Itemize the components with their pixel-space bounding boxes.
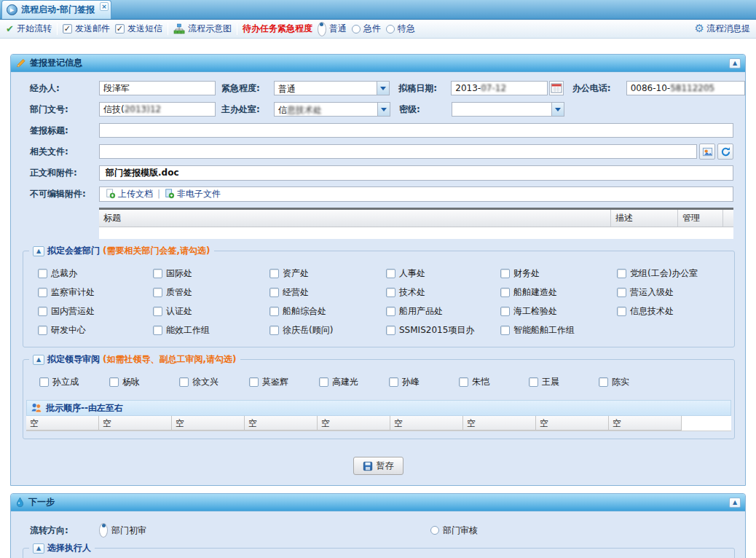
start-flow-button[interactable]: ✔ 开始流转 bbox=[6, 23, 52, 35]
leader-checkbox-item[interactable]: 孙立成 bbox=[39, 376, 109, 388]
dept-checkbox-item[interactable]: 财务处 bbox=[500, 267, 617, 280]
checkbox-icon[interactable] bbox=[38, 307, 47, 316]
dept-checkbox-item[interactable]: 人事处 bbox=[386, 267, 500, 280]
dept-checkbox-item[interactable]: 技术处 bbox=[386, 286, 500, 299]
dept-checkbox-item[interactable]: 总裁办 bbox=[38, 267, 153, 280]
flow-diagram-button[interactable]: 流程示意图 bbox=[173, 23, 232, 35]
agent-input[interactable] bbox=[99, 81, 216, 95]
radio-icon[interactable] bbox=[99, 523, 108, 538]
checkbox-icon[interactable] bbox=[617, 307, 626, 316]
order-slot[interactable]: 空 bbox=[318, 416, 390, 431]
order-slot[interactable]: 空 bbox=[609, 416, 682, 431]
dept-checkbox-item[interactable]: 研发中心 bbox=[38, 324, 153, 337]
checkbox-icon[interactable] bbox=[386, 269, 395, 278]
office-select[interactable]: 信息技术处 bbox=[274, 102, 390, 117]
checkbox-icon[interactable] bbox=[38, 326, 47, 335]
checkbox-icon[interactable] bbox=[39, 377, 49, 387]
checkbox-icon[interactable] bbox=[38, 288, 47, 297]
leader-checkbox-item[interactable]: 陈实 bbox=[599, 376, 669, 388]
checkbox-icon[interactable] bbox=[153, 269, 162, 278]
checkbox-icon[interactable] bbox=[269, 269, 279, 278]
checkbox-icon[interactable] bbox=[153, 307, 162, 316]
secret-select[interactable] bbox=[452, 102, 564, 117]
docno-input[interactable]: 信技(2013)12 bbox=[99, 102, 216, 117]
collapse-section-icon[interactable]: ▲ bbox=[33, 246, 44, 256]
radio-icon[interactable] bbox=[430, 526, 439, 535]
leader-checkbox-item[interactable]: 莫鉴辉 bbox=[249, 376, 319, 388]
title-input[interactable] bbox=[99, 123, 733, 138]
order-slot[interactable]: 空 bbox=[536, 416, 609, 431]
checkbox-icon[interactable] bbox=[153, 288, 162, 297]
order-slot[interactable]: 空 bbox=[390, 416, 463, 431]
dept-checkbox-item[interactable]: 船舶综合处 bbox=[269, 305, 386, 318]
checkbox-icon[interactable] bbox=[459, 377, 468, 387]
dept-checkbox-item[interactable]: 徐庆岳(顾问) bbox=[269, 324, 386, 337]
direction-radio-first-review[interactable]: 部门初审 bbox=[99, 523, 146, 538]
radio-icon[interactable] bbox=[352, 25, 361, 34]
checkbox-icon[interactable] bbox=[386, 307, 395, 316]
checkbox-icon[interactable] bbox=[617, 288, 626, 297]
radio-icon[interactable] bbox=[386, 25, 395, 34]
checkbox-icon[interactable] bbox=[529, 377, 538, 387]
urgency-select[interactable]: 普通 bbox=[274, 81, 390, 95]
order-slot[interactable]: 空 bbox=[463, 416, 536, 431]
checkbox-icon[interactable] bbox=[269, 307, 279, 316]
checkbox-icon[interactable] bbox=[63, 24, 72, 34]
urgency-radio-express[interactable]: 特急 bbox=[386, 23, 415, 35]
checkbox-icon[interactable] bbox=[617, 269, 626, 278]
non-electronic-button[interactable]: 非电子文件 bbox=[165, 188, 221, 200]
dept-checkbox-item[interactable]: 监察审计处 bbox=[38, 286, 153, 299]
checkbox-icon[interactable] bbox=[319, 377, 328, 387]
checkbox-icon[interactable] bbox=[179, 377, 189, 387]
dept-checkbox-item[interactable]: 资产处 bbox=[269, 267, 386, 280]
checkbox-icon[interactable] bbox=[269, 326, 279, 335]
checkbox-icon[interactable] bbox=[599, 377, 608, 387]
dept-checkbox-item[interactable]: 船用产品处 bbox=[386, 305, 500, 318]
dept-checkbox-item[interactable]: 质管处 bbox=[153, 286, 269, 299]
tab-process-start[interactable]: ▶ 流程启动-部门签报 × bbox=[1, 0, 111, 19]
checkbox-icon[interactable] bbox=[500, 269, 510, 278]
checkbox-icon[interactable] bbox=[386, 326, 395, 335]
column-header-title[interactable]: 标题 bbox=[99, 210, 611, 227]
calendar-icon[interactable] bbox=[549, 81, 564, 95]
leader-checkbox-item[interactable]: 徐文兴 bbox=[179, 376, 249, 388]
order-slot[interactable]: 空 bbox=[99, 416, 172, 431]
save-draft-button[interactable]: 暂存 bbox=[353, 457, 403, 475]
collapse-section-icon[interactable]: ▲ bbox=[33, 355, 44, 365]
leader-checkbox-item[interactable]: 孙峰 bbox=[389, 376, 459, 388]
dept-checkbox-item[interactable]: 党组(工会)办公室 bbox=[617, 267, 734, 280]
checkbox-icon[interactable] bbox=[109, 377, 119, 387]
dept-checkbox-item[interactable]: 经营处 bbox=[269, 286, 386, 299]
dept-checkbox-item[interactable]: 国内营运处 bbox=[38, 305, 153, 318]
checkbox-icon[interactable] bbox=[389, 377, 398, 387]
order-slot[interactable]: 空 bbox=[245, 416, 318, 431]
dept-checkbox-item[interactable]: SSMIS2015项目办 bbox=[386, 324, 500, 337]
dept-checkbox-item[interactable]: 信息技术处 bbox=[617, 305, 734, 318]
checkbox-icon[interactable] bbox=[386, 288, 395, 297]
dept-checkbox-item[interactable]: 能效工作组 bbox=[153, 324, 269, 337]
process-message-button[interactable]: ⚙ 流程消息提 bbox=[695, 23, 750, 35]
column-header-desc[interactable]: 描述 bbox=[611, 210, 678, 227]
leader-checkbox-item[interactable]: 高建光 bbox=[319, 376, 389, 388]
order-slot[interactable]: 空 bbox=[172, 416, 245, 431]
collapse-panel-icon[interactable]: ▲ bbox=[729, 58, 741, 68]
order-slot[interactable]: 空 bbox=[26, 416, 99, 431]
dept-checkbox-item[interactable]: 海工检验处 bbox=[500, 305, 617, 318]
checkbox-icon[interactable] bbox=[500, 288, 510, 297]
dept-checkbox-item[interactable]: 智能船舶工作组 bbox=[500, 324, 617, 337]
column-header-manage[interactable]: 管理 bbox=[678, 210, 723, 227]
leader-checkbox-item[interactable]: 杨咏 bbox=[109, 376, 179, 388]
leader-checkbox-item[interactable]: 朱恺 bbox=[459, 376, 529, 388]
urgency-radio-normal[interactable]: 普通 bbox=[318, 22, 347, 36]
send-mail-checkbox[interactable]: 发送邮件 bbox=[63, 23, 110, 35]
checkbox-icon[interactable] bbox=[115, 24, 125, 34]
checkbox-icon[interactable] bbox=[249, 377, 259, 387]
upload-doc-button[interactable]: 上传文档 bbox=[106, 188, 153, 200]
send-sms-checkbox[interactable]: 发送短信 bbox=[115, 23, 162, 35]
checkbox-icon[interactable] bbox=[269, 288, 279, 297]
urgency-radio-urgent[interactable]: 急件 bbox=[352, 23, 381, 35]
direction-radio-dept-audit[interactable]: 部门审核 bbox=[430, 524, 478, 537]
body-file-link[interactable]: 部门签报模版.doc bbox=[106, 167, 179, 179]
checkbox-icon[interactable] bbox=[500, 326, 510, 335]
collapse-panel-icon[interactable]: ▲ bbox=[729, 498, 741, 508]
